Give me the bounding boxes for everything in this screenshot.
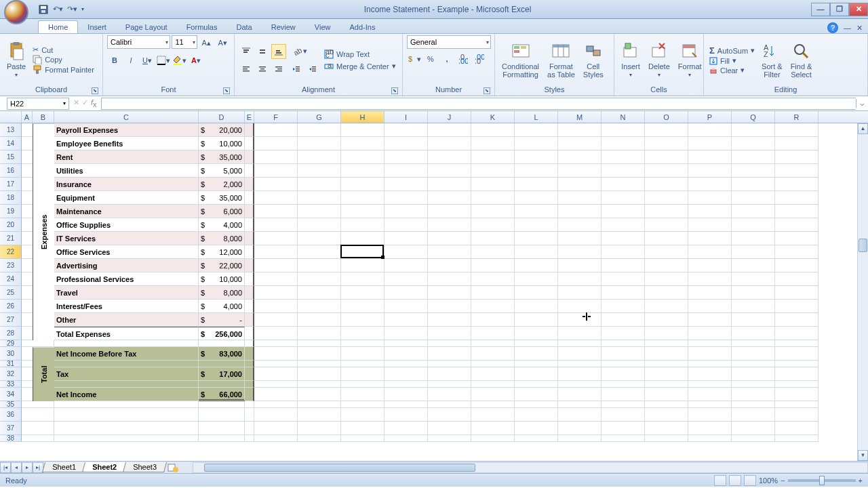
cell[interactable]: [515, 232, 558, 245]
cell[interactable]: [558, 435, 601, 442]
align-bottom-icon[interactable]: [271, 44, 286, 59]
cell[interactable]: [384, 191, 428, 205]
cell[interactable]: [254, 327, 298, 340]
cell[interactable]: [471, 347, 515, 361]
cell[interactable]: $8,000: [199, 232, 245, 245]
cell[interactable]: [199, 381, 245, 388]
cell[interactable]: [54, 340, 199, 347]
col-header-F[interactable]: F: [254, 111, 298, 123]
cell[interactable]: [384, 300, 428, 313]
cell[interactable]: [22, 164, 33, 178]
col-header-M[interactable]: M: [558, 111, 601, 123]
cell[interactable]: [22, 300, 33, 313]
font-size-combo[interactable]: 11▾: [172, 35, 197, 49]
cell[interactable]: [601, 361, 645, 367]
cell[interactable]: [732, 340, 775, 347]
cell[interactable]: [558, 347, 601, 361]
align-left-icon[interactable]: [239, 62, 254, 77]
cell[interactable]: [775, 435, 818, 442]
grow-font-icon[interactable]: A▴: [199, 35, 214, 50]
italic-button[interactable]: I: [123, 53, 138, 68]
cell[interactable]: [341, 367, 384, 381]
cell[interactable]: [471, 381, 515, 388]
cell[interactable]: [22, 313, 33, 327]
col-header-J[interactable]: J: [428, 111, 471, 123]
cell[interactable]: [688, 191, 732, 205]
cell[interactable]: $35,000: [199, 150, 245, 164]
cell[interactable]: Travel: [54, 286, 199, 300]
close-workbook-icon[interactable]: ✕: [856, 24, 863, 33]
cell[interactable]: [558, 313, 601, 327]
grid-area[interactable]: ABCDEFGHIJKLMNOPQR Expenses13Payroll Exp…: [0, 111, 868, 461]
format-cells-button[interactable]: Format▾: [675, 41, 705, 79]
cell[interactable]: [341, 361, 384, 367]
cell[interactable]: [298, 388, 341, 401]
tab-insert[interactable]: Insert: [78, 21, 116, 33]
cell[interactable]: [254, 422, 298, 435]
cell[interactable]: [254, 150, 298, 164]
cell[interactable]: [341, 313, 384, 327]
cell[interactable]: [245, 300, 254, 313]
cell[interactable]: [54, 408, 199, 422]
cell[interactable]: [645, 435, 688, 442]
cell[interactable]: [245, 205, 254, 218]
cell[interactable]: [428, 388, 471, 401]
cell[interactable]: [515, 191, 558, 205]
row-header[interactable]: 28: [0, 327, 22, 340]
cell[interactable]: [384, 178, 428, 191]
cell[interactable]: [384, 205, 428, 218]
cell[interactable]: [775, 205, 818, 218]
cell[interactable]: [558, 137, 601, 150]
row-header[interactable]: 21: [0, 232, 22, 245]
cell[interactable]: [688, 205, 732, 218]
cell[interactable]: [33, 422, 54, 435]
cell[interactable]: [245, 401, 254, 408]
cell[interactable]: Professional Services: [54, 272, 199, 286]
cell[interactable]: [645, 150, 688, 164]
cell[interactable]: [601, 191, 645, 205]
cell[interactable]: [341, 164, 384, 178]
cancel-formula-icon[interactable]: ✕: [73, 98, 79, 108]
cell[interactable]: Total: [33, 347, 54, 401]
cell[interactable]: [775, 137, 818, 150]
col-header-R[interactable]: R: [775, 111, 818, 123]
minimize-ribbon-icon[interactable]: —: [844, 24, 851, 32]
cell[interactable]: [199, 361, 245, 367]
cell[interactable]: [775, 272, 818, 286]
cell[interactable]: [245, 422, 254, 435]
cell[interactable]: $66,000: [199, 388, 245, 401]
cell[interactable]: [515, 401, 558, 408]
cell[interactable]: [471, 205, 515, 218]
cell[interactable]: Other: [54, 313, 199, 327]
cell[interactable]: [384, 286, 428, 300]
cut-button[interactable]: ✂Cut: [31, 45, 96, 54]
cell[interactable]: [245, 361, 254, 367]
cell[interactable]: Office Supplies: [54, 218, 199, 232]
cell[interactable]: [732, 313, 775, 327]
cell[interactable]: [384, 232, 428, 245]
cell[interactable]: [341, 272, 384, 286]
cell[interactable]: [298, 401, 341, 408]
cell[interactable]: [341, 205, 384, 218]
sheet-first-icon[interactable]: |◂: [0, 462, 11, 473]
cell[interactable]: [22, 435, 33, 442]
sheet-tab[interactable]: Sheet1: [42, 462, 86, 472]
cell[interactable]: [341, 381, 384, 388]
cell[interactable]: [471, 123, 515, 137]
cell[interactable]: [254, 272, 298, 286]
cell[interactable]: [645, 300, 688, 313]
sort-filter-button[interactable]: AZSort & Filter: [759, 41, 785, 80]
cell[interactable]: [688, 164, 732, 178]
cell[interactable]: [775, 388, 818, 401]
cell[interactable]: [298, 340, 341, 347]
cell[interactable]: [645, 347, 688, 361]
cell[interactable]: [732, 164, 775, 178]
cell[interactable]: [471, 422, 515, 435]
row-header[interactable]: 23: [0, 259, 22, 272]
cell[interactable]: [341, 137, 384, 150]
row-header[interactable]: 33: [0, 381, 22, 388]
cell[interactable]: [384, 327, 428, 340]
cell[interactable]: [341, 401, 384, 408]
cell[interactable]: [775, 422, 818, 435]
cell[interactable]: [732, 137, 775, 150]
